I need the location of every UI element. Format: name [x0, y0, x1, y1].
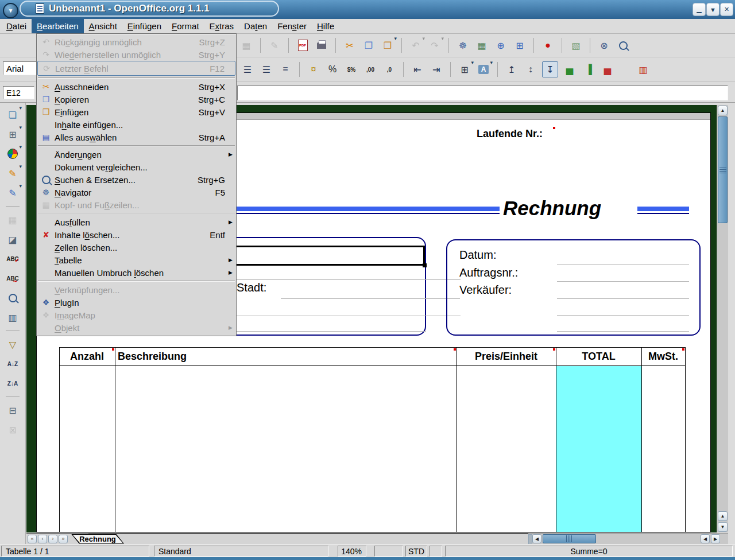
- first-sheet-icon[interactable]: «: [28, 535, 37, 543]
- menu-ansicht[interactable]: Ansicht: [84, 19, 122, 33]
- menu-bearbeiten[interactable]: Bearbeiten: [32, 19, 84, 33]
- status-insert-mode[interactable]: [374, 546, 403, 557]
- table-header-preiseinheit[interactable]: Preis/Einheit: [458, 348, 555, 364]
- decrease-indent-button[interactable]: ⇤: [410, 62, 425, 77]
- menu-item-navigator[interactable]: ☸NavigatorF5: [37, 186, 235, 199]
- status-sum-display[interactable]: Summe=0: [445, 546, 733, 557]
- menu-item-letzter-befehl[interactable]: ⟳Letzter BefehlF12: [37, 61, 235, 76]
- menu-item-dokument-vergleichen[interactable]: Dokument vergleichen...: [37, 161, 235, 173]
- horizontal-scrollbar[interactable]: ◀ ◀ ▶: [528, 533, 728, 544]
- menu-daten[interactable]: Daten: [239, 19, 272, 33]
- menu-item-plugin[interactable]: ❖PlugIn: [37, 296, 235, 309]
- percent-button[interactable]: %: [325, 62, 340, 77]
- menu-item-manuellen-umbruch-löschen[interactable]: Manuellen Umbruch löschen▶: [37, 266, 235, 279]
- hyperlink-button[interactable]: ⊕: [493, 38, 508, 53]
- formula-input[interactable]: [237, 85, 728, 100]
- window-menu-button[interactable]: ▼: [3, 3, 18, 18]
- save-button[interactable]: ▦: [239, 38, 254, 53]
- spellcheck-button[interactable]: ABC: [5, 251, 20, 266]
- draw-functions-button[interactable]: ✎: [5, 166, 20, 181]
- auto-spellcheck-button[interactable]: ABC: [5, 271, 20, 286]
- copy-button[interactable]: ❐: [361, 38, 376, 53]
- menu-item-einfügen[interactable]: ❒EinfügenStrg+V: [37, 106, 235, 118]
- print-button[interactable]: [314, 38, 329, 53]
- edit-file-button[interactable]: ✎: [267, 38, 282, 53]
- menu-item-objekt[interactable]: Objekt▶: [37, 321, 235, 334]
- menu-item-suchen-ersetzen[interactable]: Suchen & Ersetzen...Strg+G: [37, 173, 235, 186]
- data-sources-button[interactable]: ▥: [5, 310, 20, 325]
- image-button[interactable]: ▧: [568, 38, 583, 53]
- menu-item-zellen-löschen[interactable]: Zellen löschen...: [37, 241, 235, 254]
- table-header-total[interactable]: TOTAL: [557, 348, 640, 364]
- status-selection-mode[interactable]: STD: [405, 546, 427, 557]
- status-sheet-indicator[interactable]: Tabelle 1 / 1: [1, 546, 149, 557]
- menu-datei[interactable]: Datei: [1, 19, 32, 33]
- shade-button[interactable]: ▼: [706, 3, 719, 16]
- menu-extras[interactable]: Extras: [204, 19, 239, 33]
- menu-item-ausschneiden[interactable]: ✂AusschneidenStrg+X: [37, 80, 235, 93]
- table-header-beschreibung[interactable]: Beschreibung: [116, 348, 455, 364]
- menu-item-alles-auswählen[interactable]: ▤Alles auswählenStrg+A: [37, 131, 235, 143]
- sort-ascending-button[interactable]: A↓Z: [5, 356, 20, 371]
- vertical-scroll-thumb[interactable]: [718, 116, 728, 223]
- menu-item-wiederherstellen-unmöglich[interactable]: ↷Wiederherstellen unmöglichStrg+Y: [37, 48, 235, 61]
- add-decimal-button[interactable]: ,00: [363, 62, 378, 77]
- delete-row-button[interactable]: ▅: [600, 62, 615, 77]
- menu-hilfe[interactable]: Hilfe: [312, 19, 339, 33]
- redo-button[interactable]: ↷: [427, 38, 442, 53]
- scroll-right-icon[interactable]: ▶: [711, 534, 720, 543]
- selection-handle[interactable]: [423, 263, 427, 267]
- menu-item-kopf-und-fußzeilen[interactable]: ▦Kopf- und Fußzeilen...: [37, 199, 235, 211]
- font-background-button[interactable]: A: [476, 62, 491, 77]
- navigator-button[interactable]: ☸: [455, 38, 470, 53]
- table-header-anzahl[interactable]: Anzahl: [60, 348, 114, 364]
- insert-fields-button[interactable]: ▦: [5, 212, 20, 227]
- autoformat-button[interactable]: ◪: [5, 232, 20, 247]
- align-vcenter-button[interactable]: ↕: [523, 62, 538, 77]
- align-top-button[interactable]: ↥: [504, 62, 519, 77]
- insert-column-button[interactable]: ▐: [581, 62, 596, 77]
- paste-button[interactable]: ❒: [380, 38, 395, 53]
- menu-item-ausfüllen[interactable]: Ausfüllen▶: [37, 216, 235, 228]
- record-button[interactable]: ●: [540, 38, 555, 53]
- previous-sheet-icon[interactable]: ‹: [38, 535, 47, 543]
- gallery-button[interactable]: ▦: [474, 38, 489, 53]
- menu-item-imagemap[interactable]: ❖ImageMap: [37, 309, 235, 321]
- find-button[interactable]: [5, 290, 20, 305]
- align-right-button[interactable]: ☰: [259, 62, 274, 77]
- group-button[interactable]: ⊟: [5, 403, 20, 418]
- menu-item-änderungen[interactable]: Änderungen▶: [37, 148, 235, 161]
- form-controls-button[interactable]: ✎: [5, 185, 20, 200]
- scroll-left2-icon[interactable]: ◀: [701, 534, 710, 543]
- align-center-button[interactable]: ☰: [240, 62, 255, 77]
- justify-button[interactable]: ≡: [278, 62, 293, 77]
- next-sheet-icon[interactable]: ›: [48, 535, 57, 543]
- borders-button[interactable]: ⊞: [457, 62, 472, 77]
- page-preview-button[interactable]: [616, 38, 630, 53]
- menu-einfgen[interactable]: Einfügen: [122, 19, 167, 33]
- vertical-scrollbar[interactable]: ▲ ▲ ▼: [717, 105, 728, 532]
- cut-button[interactable]: ✂: [342, 38, 357, 53]
- title-bar[interactable]: ▼ Unbenannt1 - OpenOffice.org 1.1.1 ▁ ▼ …: [0, 0, 735, 20]
- scroll-left-icon[interactable]: ◀: [532, 534, 541, 543]
- insert-cells-button[interactable]: ⊞: [5, 127, 20, 142]
- menu-item-kopieren[interactable]: ❐KopierenStrg+C: [37, 93, 235, 106]
- increase-indent-button[interactable]: ⇥: [429, 62, 444, 77]
- menu-item-verknüpfungen[interactable]: Verknüpfungen...: [37, 283, 235, 296]
- sort-descending-button[interactable]: Z↓A: [5, 376, 20, 391]
- table-header-mwst[interactable]: MwSt.: [643, 348, 684, 364]
- insert-row-button[interactable]: ▅: [562, 62, 577, 77]
- stop-button[interactable]: ⊗: [597, 38, 612, 53]
- cell-reference-box[interactable]: E12: [3, 86, 34, 99]
- close-button[interactable]: ✕: [720, 3, 733, 16]
- menu-item-tabelle[interactable]: Tabelle▶: [37, 254, 235, 266]
- standard-format-button[interactable]: $%: [344, 62, 359, 77]
- autofilter-button[interactable]: ▽: [5, 337, 20, 352]
- undo-button[interactable]: ↶: [408, 38, 423, 53]
- scroll-up-icon[interactable]: ▲: [718, 106, 728, 115]
- menu-item-rückgängig-unmöglich[interactable]: ↶Rückgängig unmöglichStrg+Z: [37, 36, 235, 48]
- status-zoom-level[interactable]: 140%: [338, 546, 366, 557]
- freeze-button[interactable]: ▥: [636, 62, 651, 77]
- last-sheet-icon[interactable]: »: [59, 535, 68, 543]
- currency-button[interactable]: ¤: [306, 62, 321, 77]
